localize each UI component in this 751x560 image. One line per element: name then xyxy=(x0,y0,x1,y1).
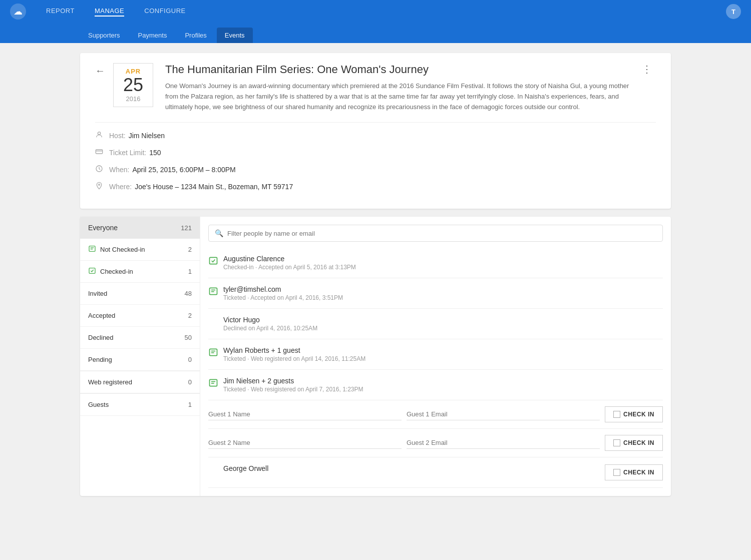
checked-in-count: 1 xyxy=(188,268,192,275)
web-registered-count: 0 xyxy=(188,378,192,386)
guest2-checkin-label: CHECK IN xyxy=(623,439,654,446)
nav-configure[interactable]: CONFIGURE xyxy=(144,7,186,17)
back-button[interactable]: ← xyxy=(95,65,105,77)
guest2-checkin-button[interactable]: CHECK IN xyxy=(605,435,663,451)
svg-point-0 xyxy=(98,132,100,135)
person-row: tyler@timshel.com Ticketed · Accepted on… xyxy=(208,278,663,309)
guest2-email-input[interactable] xyxy=(407,437,600,449)
sidebar-web-registered[interactable]: Web registered 0 xyxy=(80,371,200,393)
svg-point-4 xyxy=(99,184,100,186)
event-day: 25 xyxy=(118,75,149,95)
person-info: Wylan Roberts + 1 guest Ticketed · Web r… xyxy=(223,346,663,362)
not-checked-in-count: 2 xyxy=(188,246,192,253)
nav-report[interactable]: REPORT xyxy=(46,7,75,17)
where-value: Joe's House – 1234 Main St., Bozeman, MT… xyxy=(135,183,293,191)
george-orwell-checkin-label: CHECK IN xyxy=(623,469,654,476)
host-row: Host: Jim Nielsen xyxy=(95,131,656,141)
person-ticket-icon xyxy=(208,346,223,360)
subnav-payments[interactable]: Payments xyxy=(130,28,175,43)
everyone-section[interactable]: Everyone 121 xyxy=(80,217,200,239)
event-more-button[interactable]: ⋮ xyxy=(638,63,656,75)
ticket-value: 150 xyxy=(149,149,161,157)
person-sub: Ticketed · Accepted on April 4, 2016, 3:… xyxy=(223,294,663,301)
event-month: APR xyxy=(118,68,149,75)
person-row: Augustine Clarence Checked-in · Accepted… xyxy=(208,248,663,278)
nav-links: REPORT MANAGE CONFIGURE xyxy=(46,7,726,17)
when-row: When: April 25, 2015, 6:00PM – 8:00PM xyxy=(95,165,656,175)
when-label: When: xyxy=(109,166,129,174)
george-orwell-name: George Orwell xyxy=(223,464,268,472)
checked-in-label: Checked-in xyxy=(100,268,188,275)
person-ticket-icon xyxy=(208,285,223,299)
person-name: Victor Hugo xyxy=(223,316,663,324)
person-icon xyxy=(95,131,109,141)
invited-count: 48 xyxy=(185,290,192,297)
person-row: Victor Hugo Declined on April 4, 2016, 1… xyxy=(208,309,663,339)
george-orwell-row: George Orwell CHECK IN xyxy=(208,457,663,488)
sidebar-item-checked-in[interactable]: Checked-in 1 xyxy=(80,261,200,283)
person-info: Victor Hugo Declined on April 4, 2016, 1… xyxy=(223,316,663,332)
search-bar[interactable]: 🔍 xyxy=(208,225,663,242)
web-registered-label: Web registered xyxy=(88,378,132,386)
main-content: ← APR 25 2016 The Humanitarian Film Seri… xyxy=(0,43,751,506)
event-title: The Humanitarian Film Series: One Woman'… xyxy=(165,63,638,76)
top-navigation: ☁ REPORT MANAGE CONFIGURE T xyxy=(0,0,751,23)
checkin-checkbox xyxy=(613,469,620,476)
user-avatar[interactable]: T xyxy=(726,4,741,19)
guest1-name-input[interactable] xyxy=(208,408,402,420)
nav-manage[interactable]: MANAGE xyxy=(95,7,124,17)
invited-label: Invited xyxy=(88,290,107,297)
guest-row-1: CHECK IN xyxy=(208,400,663,429)
pending-count: 0 xyxy=(188,356,192,363)
checked-in-icon xyxy=(88,267,100,276)
person-sub: Declined on April 4, 2016, 10:25AM xyxy=(223,325,663,332)
declined-label: Declined xyxy=(88,334,114,341)
location-icon xyxy=(95,182,109,192)
sidebar-declined[interactable]: Declined 50 xyxy=(80,327,200,349)
event-date-box: APR 25 2016 xyxy=(113,63,153,107)
person-sub: Ticketed · Web resigistered on April 7, … xyxy=(223,386,663,393)
subnav-supporters[interactable]: Supporters xyxy=(80,28,128,43)
person-name: tyler@timshel.com xyxy=(223,285,663,293)
subnav-events[interactable]: Events xyxy=(217,28,253,43)
ticket-label: Ticket Limit: xyxy=(109,149,146,157)
event-year: 2016 xyxy=(118,95,149,103)
app-logo: ☁ xyxy=(10,4,26,20)
guest1-email-input[interactable] xyxy=(407,408,600,420)
sidebar-item-not-checked-in[interactable]: Not Checked-in 2 xyxy=(80,239,200,261)
person-ticket-icon xyxy=(208,377,223,390)
sidebar-accepted[interactable]: Accepted 2 xyxy=(80,305,200,327)
guest2-name-input[interactable] xyxy=(208,437,402,449)
subnav-profiles[interactable]: Profiles xyxy=(177,28,214,43)
not-checked-in-icon xyxy=(88,245,100,254)
person-name: Jim Nielsen + 2 guests xyxy=(223,377,663,385)
event-description: One Woman's Journey is an award-winning … xyxy=(165,81,638,112)
svg-rect-1 xyxy=(96,150,102,154)
accepted-count: 2 xyxy=(188,312,192,319)
host-value: Jim Nielsen xyxy=(129,132,165,140)
person-row: Jim Nielsen + 2 guests Ticketed · Web re… xyxy=(208,370,663,400)
sidebar-guests[interactable]: Guests 1 xyxy=(80,394,200,416)
search-icon: 🔍 xyxy=(215,229,223,237)
person-row: Wylan Roberts + 1 guest Ticketed · Web r… xyxy=(208,339,663,370)
when-value: April 25, 2015, 6:00PM – 8:00PM xyxy=(132,166,235,174)
clock-icon xyxy=(95,165,109,175)
bottom-section: Everyone 121 Not Checked-in 2 Ch xyxy=(80,217,671,496)
sidebar-invited[interactable]: Invited 48 xyxy=(80,283,200,305)
pending-label: Pending xyxy=(88,356,112,363)
people-list: 🔍 Augustine Clarence Checked-in · Accept… xyxy=(200,217,671,496)
sub-navigation: Supporters Payments Profiles Events xyxy=(0,23,751,43)
sidebar-pending[interactable]: Pending 0 xyxy=(80,349,200,371)
person-name: Augustine Clarence xyxy=(223,255,663,263)
guests-count: 1 xyxy=(188,401,192,408)
where-label: Where: xyxy=(109,183,132,191)
guest1-checkin-button[interactable]: CHECK IN xyxy=(605,406,663,422)
guest-row-2: CHECK IN xyxy=(208,429,663,457)
person-name: Wylan Roberts + 1 guest xyxy=(223,346,663,354)
sidebar: Everyone 121 Not Checked-in 2 Ch xyxy=(80,217,200,496)
search-input[interactable] xyxy=(227,230,656,237)
person-sub: Ticketed · Web registered on April 14, 2… xyxy=(223,355,663,362)
person-info: Augustine Clarence Checked-in · Accepted… xyxy=(223,255,663,271)
george-orwell-checkin-button[interactable]: CHECK IN xyxy=(605,464,663,480)
everyone-label: Everyone xyxy=(88,224,118,232)
